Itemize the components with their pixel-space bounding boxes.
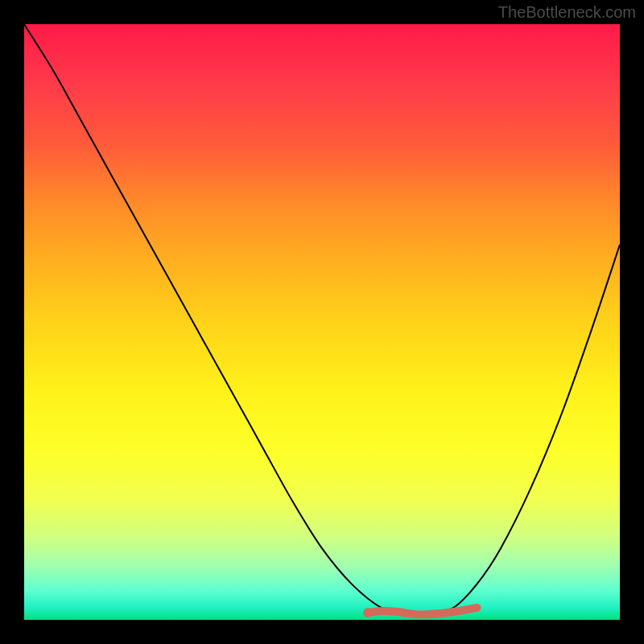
optimal-range-marker <box>369 608 477 614</box>
watermark-text: TheBottleneck.com <box>498 3 636 22</box>
optimal-point-dot <box>363 608 373 617</box>
bottleneck-curve <box>24 24 620 615</box>
chart-plot-area <box>24 24 620 620</box>
chart-svg <box>24 24 620 620</box>
